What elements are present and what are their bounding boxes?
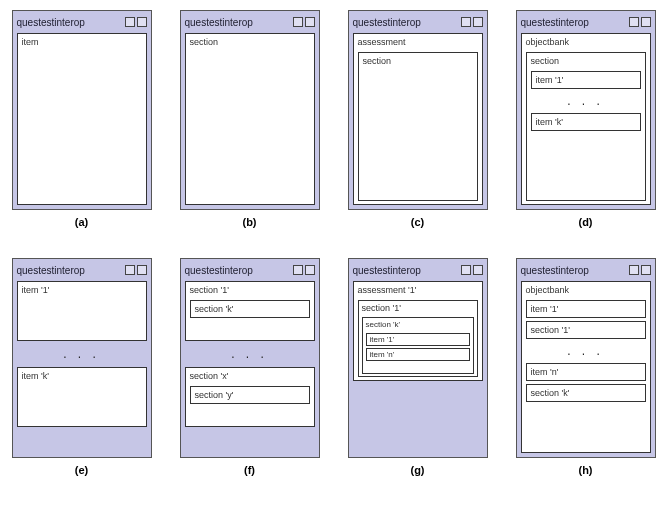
header-icons (125, 17, 147, 27)
window-icon (641, 265, 651, 275)
panel-header: questestinterop (185, 263, 315, 277)
caption-c: (c) (411, 216, 424, 228)
panel-body: assessment section (353, 33, 483, 205)
inner-section-box: section 'y' (190, 386, 310, 404)
box-label: section (363, 56, 473, 66)
section-box: section (185, 33, 315, 205)
ellipsis: . . . (531, 92, 641, 110)
panel-body: assessment '1' section '1' section 'k' i… (353, 281, 483, 453)
panel-title: questestinterop (353, 17, 421, 28)
caption-b: (b) (242, 216, 256, 228)
panel-header: questestinterop (353, 15, 483, 29)
ellipsis: . . . (526, 342, 646, 360)
section-box: section 'k' (526, 384, 646, 402)
objectbank-box: objectbank section item '1' . . . item '… (521, 33, 651, 205)
box-label: assessment (358, 37, 478, 47)
header-icons (461, 265, 483, 275)
window-icon (641, 17, 651, 27)
box-label: assessment '1' (358, 285, 478, 295)
caption-f: (f) (244, 464, 255, 476)
cell-a: questestinterop item (a) (7, 10, 157, 228)
panel-c: questestinterop assessment section (348, 10, 488, 210)
panel-body: objectbank item '1' section '1' . . . it… (521, 281, 651, 453)
box-label: section 'k' (366, 320, 470, 329)
box-label: item (22, 37, 142, 47)
item-box: item 'k' (17, 367, 147, 427)
box-label: item 'k' (536, 117, 636, 127)
cell-b: questestinterop section (b) (175, 10, 325, 228)
section-box: section (358, 52, 478, 201)
header-icons (461, 17, 483, 27)
box-label: objectbank (526, 285, 646, 295)
panel-title: questestinterop (185, 265, 253, 276)
panel-title: questestinterop (353, 265, 421, 276)
assessment-box: assessment '1' section '1' section 'k' i… (353, 281, 483, 381)
window-icon (461, 265, 471, 275)
header-icons (293, 265, 315, 275)
panel-b: questestinterop section (180, 10, 320, 210)
box-label: item '1' (531, 304, 641, 314)
header-icons (629, 17, 651, 27)
box-label: section (190, 37, 310, 47)
caption-d: (d) (578, 216, 592, 228)
panel-title: questestinterop (17, 265, 85, 276)
cell-h: questestinterop objectbank item '1' sect… (511, 258, 661, 476)
box-label: section '1' (190, 285, 310, 295)
item-box: item (17, 33, 147, 205)
ellipsis: . . . (185, 345, 315, 363)
panel-title: questestinterop (521, 265, 589, 276)
panel-header: questestinterop (17, 15, 147, 29)
window-icon (125, 17, 135, 27)
window-icon (305, 17, 315, 27)
panel-f: questestinterop section '1' section 'k' … (180, 258, 320, 458)
cell-e: questestinterop item '1' . . . item 'k' … (7, 258, 157, 476)
panel-header: questestinterop (17, 263, 147, 277)
box-label: section 'x' (190, 371, 310, 381)
item-box: item '1' (526, 300, 646, 318)
cell-c: questestinterop assessment section (c) (343, 10, 493, 228)
cell-d: questestinterop objectbank section item … (511, 10, 661, 228)
box-label: item 'n' (370, 350, 466, 359)
box-label: section (531, 56, 641, 66)
panel-d: questestinterop objectbank section item … (516, 10, 656, 210)
panel-body: objectbank section item '1' . . . item '… (521, 33, 651, 205)
item-box: item 'n' (526, 363, 646, 381)
box-label: item '1' (370, 335, 466, 344)
panel-body: item (17, 33, 147, 205)
objectbank-box: objectbank item '1' section '1' . . . it… (521, 281, 651, 453)
diagram-grid: questestinterop item (a) questestinterop (10, 10, 657, 476)
assessment-box: assessment section (353, 33, 483, 205)
panel-g: questestinterop assessment '1' section '… (348, 258, 488, 458)
window-icon (629, 17, 639, 27)
ellipsis: . . . (17, 345, 147, 363)
panel-body: section '1' section 'k' . . . section 'x… (185, 281, 315, 453)
section-box: section 'x' section 'y' (185, 367, 315, 427)
item-box: item '1' (17, 281, 147, 341)
panel-header: questestinterop (521, 263, 651, 277)
header-icons (629, 265, 651, 275)
box-label: item '1' (536, 75, 636, 85)
window-icon (137, 17, 147, 27)
item-box: item '1' (531, 71, 641, 89)
section-box: section '1' section 'k' (185, 281, 315, 341)
panel-header: questestinterop (353, 263, 483, 277)
panel-header: questestinterop (185, 15, 315, 29)
cell-g: questestinterop assessment '1' section '… (343, 258, 493, 476)
panel-h: questestinterop objectbank item '1' sect… (516, 258, 656, 458)
inner-section-box: section 'k' (190, 300, 310, 318)
window-icon (293, 17, 303, 27)
panel-title: questestinterop (185, 17, 253, 28)
header-icons (293, 17, 315, 27)
window-icon (137, 265, 147, 275)
inner-section-box: section 'k' item '1' item 'n' (362, 317, 474, 374)
window-icon (629, 265, 639, 275)
box-label: item '1' (22, 285, 142, 295)
box-label: section 'k' (531, 388, 641, 398)
box-label: item 'k' (22, 371, 142, 381)
window-icon (305, 265, 315, 275)
panel-body: item '1' . . . item 'k' (17, 281, 147, 453)
window-icon (473, 17, 483, 27)
panel-title: questestinterop (17, 17, 85, 28)
box-label: section '1' (531, 325, 641, 335)
item-box: item 'n' (366, 348, 470, 361)
